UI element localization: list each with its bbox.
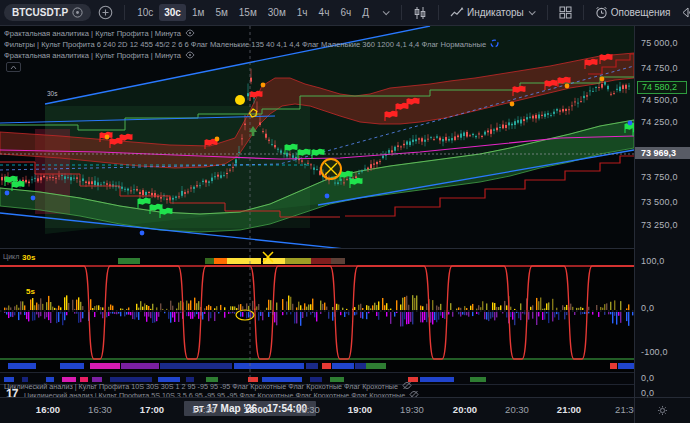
signal-segment	[118, 258, 140, 264]
time-tick: 17:00	[140, 404, 164, 415]
signal-segment	[227, 258, 261, 264]
orange-dot-marker	[510, 102, 515, 107]
signal-segment	[60, 363, 84, 369]
candlestick-icon	[413, 6, 427, 20]
orange-dot-marker	[565, 84, 570, 89]
signal-segment	[331, 258, 345, 264]
alerts-label: Оповещения	[611, 7, 671, 18]
price-axis[interactable]: 74 580,2 73 969,3 75 000,074 750,074 500…	[634, 26, 690, 423]
oscillator-sub-label: 5s	[26, 287, 35, 296]
timeframe-4ч[interactable]: 4ч	[314, 4, 335, 21]
timeframe-5м[interactable]: 5м	[210, 4, 232, 21]
timeframe-15м[interactable]: 15м	[234, 4, 262, 21]
layout-grid-button[interactable]	[555, 3, 576, 22]
signal-segment	[355, 363, 366, 369]
indicators-label: Индикаторы	[467, 7, 524, 18]
blue-dot-marker	[5, 191, 10, 196]
legend-text: Фрактальная аналитика | Культ Профита | …	[4, 29, 181, 38]
indicators-button[interactable]: Индикаторы	[446, 3, 540, 22]
timeframe-6ч[interactable]: 6ч	[335, 4, 356, 21]
legend-text: Фрактальная аналитика | Культ Профита | …	[4, 51, 181, 60]
timeframe-30с[interactable]: 30с	[159, 4, 186, 21]
toolbar-separator	[438, 5, 439, 20]
signal-segment	[214, 258, 227, 264]
time-tick: 16:30	[88, 404, 112, 415]
blue-dot-marker	[628, 121, 633, 126]
signal-segment	[470, 377, 486, 382]
price-tick: -100,0	[641, 347, 668, 357]
symbol-label: BTCUSDT.P	[12, 7, 68, 18]
price-tick: 0,0	[641, 388, 654, 398]
signal-segment	[311, 258, 331, 264]
signal-segment	[90, 363, 120, 369]
oscillator-canvas[interactable]: Цикл30s5s	[0, 249, 634, 372]
orange-dot-marker	[215, 137, 220, 142]
toolbar-separator	[401, 5, 402, 20]
plus-circle-icon	[98, 5, 113, 20]
time-tick: 21:30	[615, 404, 634, 415]
eye-icon[interactable]	[185, 51, 195, 61]
timeframe-10с[interactable]: 10с	[132, 4, 158, 21]
indicator-legends: Фрактальная аналитика | Культ Профита | …	[4, 28, 499, 61]
oscillator-tf-label: 30s	[22, 253, 36, 262]
time-tick: 20:00	[453, 404, 477, 415]
legend-collapse-button[interactable]	[6, 62, 21, 72]
oscillator-title: Цикл	[3, 253, 19, 261]
time-tick: 20:30	[505, 404, 529, 415]
time-tick: 16:00	[36, 404, 60, 415]
price-tick: 73 750,0	[641, 172, 678, 182]
blue-dot-marker	[140, 231, 145, 236]
timeframe-dropdown-button[interactable]	[377, 7, 394, 18]
legend-row-3[interactable]: Фрактальная аналитика | Культ Профита | …	[4, 50, 499, 61]
price-tick: 0,0	[641, 373, 654, 383]
time-axis[interactable]: вт 17 Мар '26 17:54:00 16:0016:3017:0017…	[0, 397, 634, 423]
eye-icon	[72, 7, 83, 18]
price-tick: 74 750,0	[641, 63, 678, 73]
signal-segment	[285, 258, 311, 264]
market-simulator-button[interactable]: Симулятор рынка	[678, 4, 690, 21]
symbol-button[interactable]: BTCUSDT.P	[4, 4, 91, 21]
yellow-dot-marker	[235, 95, 245, 105]
timeframe-1ч[interactable]: 1ч	[292, 4, 313, 21]
alarm-clock-icon	[595, 6, 608, 19]
signal-segment	[160, 363, 232, 369]
timeframe-group: 10с30с1м5м15м30м1ч4ч6чД	[132, 4, 374, 21]
chart-style-button[interactable]	[409, 3, 431, 23]
alerts-button[interactable]: Оповещения	[591, 3, 675, 22]
price-tick: 0,0	[641, 303, 654, 313]
axis-settings-icon[interactable]	[657, 405, 668, 418]
spinner-icon[interactable]	[490, 39, 499, 50]
chevron-up-icon	[10, 65, 17, 70]
eye-icon[interactable]	[185, 29, 195, 39]
signal-segment	[8, 363, 36, 369]
signal-segment	[332, 363, 354, 369]
timeframe-1м[interactable]: 1м	[187, 4, 209, 21]
indicators-icon	[450, 6, 464, 19]
signal-segment	[306, 363, 318, 369]
time-tick: 18:00	[244, 404, 268, 415]
oscillator-pane[interactable]: Цикл30s5s	[0, 248, 634, 372]
orange-dot-marker	[600, 77, 605, 82]
time-tick: 21:00	[557, 404, 581, 415]
legend-row-2[interactable]: Фильтры | Культ Профита 6 240 2D 12 455 …	[4, 39, 499, 50]
legend-text: Фильтры | Культ Профита 6 240 2D 12 455 …	[4, 40, 486, 49]
rewind-icon	[682, 7, 690, 18]
cycle-histogram	[4, 295, 633, 326]
add-symbol-button[interactable]	[94, 2, 117, 23]
channel-label: 30s	[47, 90, 58, 97]
blue-dot-marker	[31, 196, 36, 201]
timeframe-30м[interactable]: 30м	[263, 4, 291, 21]
signal-segment	[420, 377, 454, 382]
blue-dot-marker	[325, 194, 330, 199]
timeframe-Д[interactable]: Д	[357, 4, 374, 21]
price-tick: 73 250,0	[641, 220, 678, 230]
toolbar-separator	[547, 5, 548, 20]
legend-row-1[interactable]: Фрактальная аналитика | Культ Профита | …	[4, 28, 499, 39]
trading-terminal: BTCUSDT.P 10с30с1м5м15м30м1ч4ч6чД Индика…	[0, 0, 690, 423]
time-tick: 17:30	[192, 404, 216, 415]
time-tick: 19:30	[400, 404, 424, 415]
time-tick: 18:30	[296, 404, 320, 415]
signal-segment	[366, 363, 386, 369]
orange-dot-marker	[105, 135, 110, 140]
price-tick: 100,0	[641, 256, 665, 266]
